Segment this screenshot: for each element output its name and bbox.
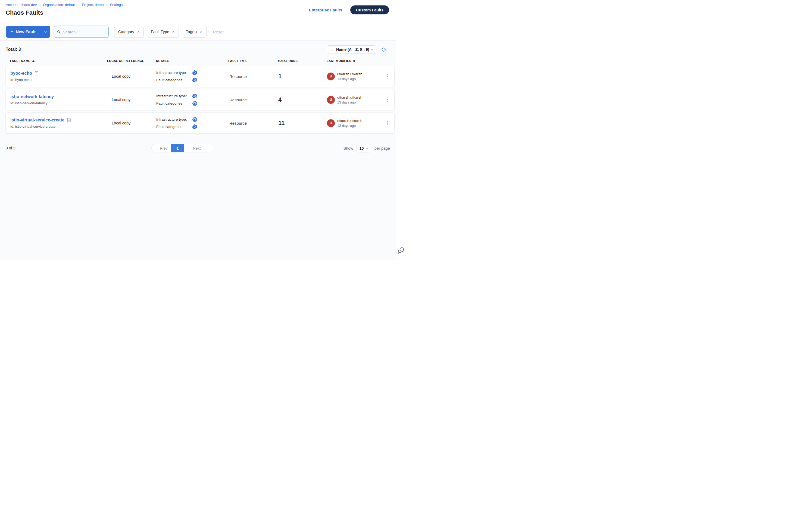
row-menu-button[interactable] [380, 119, 394, 127]
pagination-range-label: 3 of 3 [6, 146, 15, 150]
new-fault-split-button: + New Fault [6, 26, 50, 38]
local-or-reference-value: Local copy [107, 121, 156, 125]
modified-time: 13 days ago [337, 77, 362, 81]
column-label: TOTAL RUNS [277, 59, 298, 62]
fault-id-label: Id: istio-network-latency [10, 101, 107, 105]
refresh-icon [381, 47, 386, 52]
modified-time: 13 days ago [337, 124, 362, 128]
show-label: Show [343, 146, 353, 151]
breadcrumb-project[interactable]: Project: demo [82, 3, 104, 7]
prev-page-button[interactable]: ← Prev [152, 144, 171, 152]
fault-id-label: Id: istio-virtual-service-create [10, 125, 107, 129]
page-header: Account: chaos-dev Organization: default… [0, 0, 396, 23]
column-header-last-modified[interactable]: LAST MODIFIED [327, 59, 378, 62]
sort-ascending-icon [32, 60, 34, 62]
help-chat-button[interactable] [398, 247, 404, 255]
column-header-fault-name[interactable]: FAULT NAME [10, 59, 107, 62]
total-runs-value: 11 [278, 120, 327, 127]
filter-chip-label: Fault Type [151, 30, 169, 34]
pager: ← Prev 1 Next → [151, 144, 214, 152]
plus-icon: + [10, 29, 14, 34]
fault-name-link[interactable]: byoc-echo [10, 71, 32, 76]
main-column: Account: chaos-dev Organization: default… [0, 0, 396, 260]
chevron-down-icon [371, 48, 373, 50]
current-page-button[interactable]: 1 [171, 144, 184, 152]
table-header-row: FAULT NAME LOCAL OR REFERENCE DETAILS FA… [5, 56, 395, 66]
infrastructure-type-label: Infrastructure type: [156, 118, 192, 122]
sort-dropdown[interactable]: ↑↓ Name (A→Z, 0→9) [327, 45, 376, 54]
infrastructure-type-label: Infrastructure type: [156, 71, 192, 75]
column-header-total-runs: TOTAL RUNS [277, 59, 327, 62]
fault-name-link[interactable]: istio-network-latency [10, 94, 54, 99]
fault-categories-label: Fault categories: [156, 125, 192, 129]
filter-chips: Category × Fault Type × Tag(s) × [114, 26, 206, 38]
fault-type-value: Resource [229, 74, 278, 79]
remove-filter-icon[interactable]: × [137, 30, 140, 34]
fault-type-value: Resource [229, 121, 278, 126]
filter-chip-tags[interactable]: Tag(s) × [182, 26, 206, 38]
total-runs-value: 4 [278, 96, 327, 103]
fault-type-value: Resource [229, 98, 278, 102]
new-fault-dropdown-button[interactable] [40, 26, 50, 38]
breadcrumb-chevron-icon [39, 4, 41, 6]
pagination-bar: 3 of 3 ← Prev 1 Next → Show 10 per page [5, 144, 395, 153]
column-header-local-or-reference: LOCAL OR REFERENCE [107, 59, 156, 62]
filter-chip-label: Tag(s) [186, 30, 197, 34]
avatar: U [327, 96, 335, 104]
content-area: Total: 3 ↑↓ Name (A→Z, 0→9) [0, 41, 396, 260]
column-label: FAULT NAME [10, 59, 30, 62]
filter-chip-fault-type[interactable]: Fault Type × [147, 26, 179, 38]
remove-filter-icon[interactable]: × [172, 30, 175, 34]
page-size-control: Show 10 per page [343, 144, 390, 152]
kubernetes-icon [192, 94, 197, 99]
list-summary-bar: Total: 3 ↑↓ Name (A→Z, 0→9) [0, 41, 396, 54]
remove-filter-icon[interactable]: × [200, 30, 202, 34]
kubernetes-icon [192, 70, 197, 75]
column-header-details: DETAILS [156, 59, 228, 62]
search-field [54, 26, 109, 38]
table-row: istio-virtual-service-create Id: istio-v… [5, 112, 395, 134]
kubernetes-icon [192, 77, 197, 83]
copy-id-button[interactable] [35, 71, 38, 76]
enterprise-faults-link[interactable]: Enterprise Faults [309, 8, 342, 12]
page-size-select[interactable]: 10 [357, 144, 371, 152]
column-label: LOCAL OR REFERENCE [107, 59, 144, 62]
sort-direction-icon: ↑↓ [330, 48, 334, 52]
row-menu-button[interactable] [380, 73, 394, 80]
modified-by: utkarsh.utkarsh [337, 72, 362, 76]
sort-value: Name (A→Z, 0→9) [336, 47, 369, 52]
search-input[interactable] [63, 30, 106, 34]
column-label: DETAILS [156, 59, 169, 62]
breadcrumb-account[interactable]: Account: chaos-dev [6, 3, 37, 7]
header-actions: Enterprise Faults Custom Faults [309, 5, 389, 15]
column-header-fault-type: FAULT TYPE [228, 59, 277, 62]
sort-toggle-icon [353, 59, 355, 62]
filter-chip-category[interactable]: Category × [114, 26, 144, 38]
table-row: istio-network-latency Id: istio-network-… [5, 89, 395, 110]
custom-faults-button[interactable]: Custom Faults [350, 5, 389, 15]
local-or-reference-value: Local copy [107, 98, 156, 102]
refresh-button[interactable] [381, 47, 386, 52]
page-size-value: 10 [359, 146, 364, 151]
new-fault-label: New Fault [16, 29, 35, 34]
chevron-down-icon [44, 30, 47, 33]
next-page-button[interactable]: Next → [184, 144, 214, 152]
chaos-faults-page: Account: chaos-dev Organization: default… [0, 0, 406, 260]
breadcrumb-organization[interactable]: Organization: default [43, 3, 76, 7]
row-menu-button[interactable] [380, 96, 394, 104]
chevron-down-icon [366, 147, 369, 149]
total-count-label: Total: 3 [6, 47, 21, 52]
fault-categories-label: Fault categories: [156, 78, 192, 82]
breadcrumb-settings[interactable]: Settings [110, 3, 123, 7]
total-runs-value: 1 [278, 73, 327, 80]
search-icon [57, 30, 61, 34]
new-fault-button[interactable]: + New Fault [6, 26, 40, 38]
kubernetes-icon [192, 101, 197, 106]
fault-name-link[interactable]: istio-virtual-service-create [10, 118, 65, 123]
table-row: byoc-echo Id: byoc-echo Local copy Infra… [5, 66, 395, 87]
copy-id-button[interactable] [67, 118, 71, 122]
kubernetes-icon [192, 117, 197, 122]
reset-filters-button[interactable]: Reset [213, 30, 224, 34]
breadcrumb-chevron-icon [106, 4, 108, 6]
local-or-reference-value: Local copy [107, 74, 156, 79]
